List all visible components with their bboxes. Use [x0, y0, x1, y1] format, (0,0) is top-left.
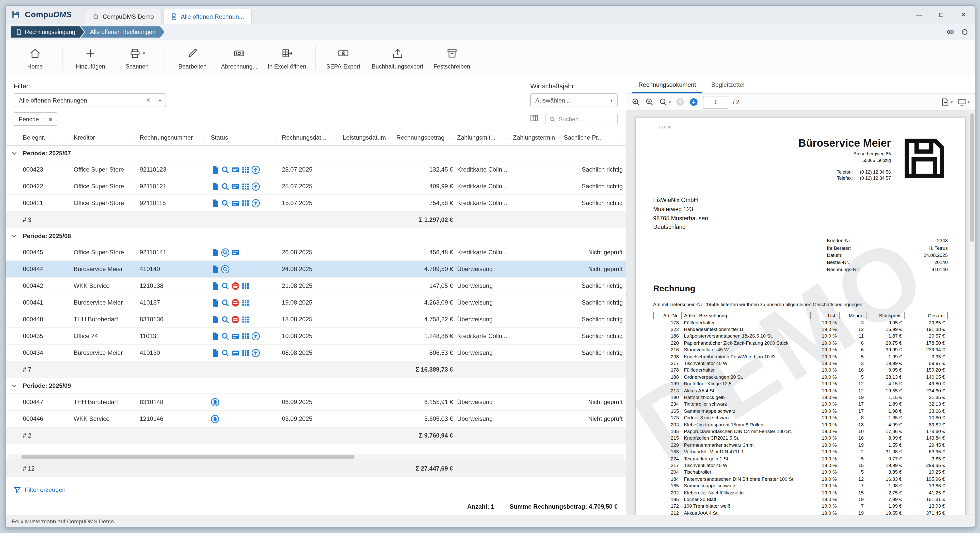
upload-ring-icon[interactable] — [251, 349, 260, 357]
table-row[interactable]: 000447THH Bürobedarf831014806.09.20256.1… — [6, 394, 626, 411]
document-viewport[interactable]: (00140 Büroservice Meier Brüserbergweg 8… — [626, 111, 975, 515]
create-filter-link[interactable]: Filter erzeugen — [6, 481, 626, 498]
breadcrumb-rechnungseingang[interactable]: Rechnungseingang — [11, 26, 84, 38]
table-row[interactable]: 000444Büroservice Meier41014024.08.20254… — [6, 261, 626, 278]
grid-icon[interactable] — [241, 182, 250, 190]
zoom-in-button[interactable] — [631, 97, 641, 106]
doc-icon[interactable] — [211, 349, 220, 357]
card-icon[interactable] — [231, 165, 240, 174]
group-options-icon[interactable]: ≡ — [49, 116, 52, 122]
column-header-zahlungstermin[interactable]: Zahlungstermin≡ — [513, 134, 564, 141]
billing-button[interactable]: Abrechnung... — [216, 46, 262, 69]
doc-icon[interactable] — [211, 332, 220, 340]
grid-icon[interactable] — [241, 349, 250, 357]
upload-ring-icon[interactable] — [251, 165, 260, 174]
search-ring-icon[interactable] — [221, 248, 229, 257]
group-header-row[interactable]: Periode: 2025/09 — [6, 378, 626, 394]
filter-icon[interactable]: ≡ — [274, 135, 277, 140]
search-icon[interactable] — [221, 298, 229, 307]
previous-page-button[interactable] — [676, 97, 685, 106]
maximize-button[interactable]: □ — [930, 6, 952, 24]
tab-rechnungsdokument[interactable]: Rechnungsdokument — [632, 76, 702, 94]
grid-icon[interactable] — [241, 298, 250, 307]
add-button[interactable]: Hinzufügen — [67, 46, 114, 69]
doc-ring-icon[interactable] — [211, 398, 220, 406]
upload-ring-icon[interactable] — [251, 182, 260, 190]
table-row[interactable]: 000446WKK Service121014603.09.20253.605,… — [6, 411, 626, 427]
sepa-export-button[interactable]: SEPA-Export — [320, 46, 367, 69]
zoom-level-button[interactable]: ▾ — [659, 97, 671, 106]
scan-button[interactable]: ▾ Scannen — [114, 46, 161, 69]
table-row[interactable]: 000423Office Super-Store9211012328.07.20… — [6, 162, 626, 178]
filter-icon[interactable]: ≡ — [388, 135, 391, 140]
table-row[interactable]: 000421Office Super-Store9211011515.07.20… — [6, 195, 626, 212]
grid-icon[interactable] — [241, 165, 250, 174]
breadcrumb-alle-offenen-rechnungen[interactable]: Alle offenen Rechnungen — [81, 26, 165, 38]
card-red-icon[interactable] — [231, 315, 240, 324]
chevron-down-icon[interactable]: ▾ — [606, 98, 617, 103]
doc-icon[interactable] — [211, 248, 220, 257]
search-icon[interactable] — [221, 332, 229, 340]
zoom-out-button[interactable] — [645, 97, 654, 106]
filter-icon[interactable]: ≡ — [449, 135, 452, 140]
edit-button[interactable]: Bearbeiten — [169, 46, 216, 69]
table-row[interactable]: 000442WKK Service121013821.08.2025147,05… — [6, 278, 626, 294]
search-icon[interactable] — [221, 349, 229, 357]
horizontal-scrollbar[interactable] — [7, 454, 624, 460]
column-chooser-icon[interactable] — [530, 114, 538, 124]
export-document-button[interactable]: ▾ — [941, 97, 953, 106]
next-page-button[interactable] — [689, 97, 698, 106]
search-icon[interactable] — [221, 315, 229, 324]
doc-icon[interactable] — [211, 281, 220, 290]
card-red-icon[interactable] — [231, 298, 240, 307]
close-button[interactable]: ✕ — [952, 6, 975, 24]
card-icon[interactable] — [231, 182, 240, 190]
column-header-rechnungsbetrag[interactable]: Rechnungsbetrag≡ — [394, 134, 457, 141]
search-box[interactable] — [546, 113, 617, 125]
column-header-rechnungsnummer[interactable]: Rechnungsnummer≡ — [140, 134, 211, 141]
search-ring-icon[interactable] — [221, 265, 229, 273]
open-in-excel-button[interactable]: In Excel öffnen — [262, 46, 311, 69]
card-icon[interactable] — [231, 248, 240, 257]
filter-combobox[interactable]: Alle offenen Rechnungen ✕ ▾ — [14, 94, 166, 107]
chevron-down-icon[interactable] — [6, 384, 23, 387]
scrollbar-thumb[interactable] — [21, 455, 355, 459]
filter-icon[interactable]: ≡ — [505, 135, 508, 140]
vertical-scrollbar[interactable] — [969, 111, 974, 514]
column-header-sachliche-pruefung[interactable]: Sachliche Pr...≡ — [564, 134, 626, 141]
column-header-rechnungsdatum[interactable]: Rechnungsdat...≡ — [282, 134, 343, 141]
filter-icon[interactable]: ≡ — [132, 135, 135, 140]
doc-icon[interactable] — [211, 182, 220, 190]
tab-begleitzettel[interactable]: Begleitzettel — [705, 76, 751, 94]
group-header-row[interactable]: Periode: 2025/08 — [6, 228, 626, 244]
finalize-button[interactable]: Festschreiben — [428, 46, 475, 69]
grid-icon[interactable] — [241, 315, 250, 324]
column-header-zahlungsmittel[interactable]: Zahlungsmit...≡ — [457, 134, 513, 141]
search-icon[interactable] — [221, 199, 229, 207]
accounting-export-button[interactable]: Buchhaltungsexport — [367, 46, 428, 69]
table-row[interactable]: 000422Office Super-Store9211012125.07.20… — [6, 178, 626, 195]
chevron-down-icon[interactable]: ▾ — [154, 98, 165, 103]
card-red-icon[interactable] — [231, 281, 240, 290]
panel-splitter[interactable]: ⋮ — [624, 292, 630, 299]
grid-icon[interactable] — [241, 199, 250, 207]
upload-ring-icon[interactable] — [251, 199, 260, 207]
column-header-status[interactable]: Status≡ — [211, 134, 282, 141]
filter-icon[interactable]: ≡ — [557, 135, 560, 140]
doc-icon[interactable] — [211, 165, 220, 174]
view-options-button[interactable]: ▾ — [958, 97, 970, 106]
search-input[interactable] — [558, 116, 614, 122]
fiscal-year-combobox[interactable]: Auswählen... ▾ — [530, 94, 617, 107]
grid-icon[interactable] — [241, 332, 250, 340]
doc-icon[interactable] — [211, 315, 220, 324]
chevron-down-icon[interactable]: ▾ — [143, 51, 145, 56]
chevron-down-icon[interactable] — [6, 235, 23, 238]
filter-icon[interactable]: ≡ — [203, 135, 206, 140]
filter-icon[interactable]: ≡ — [617, 135, 620, 140]
view-edit-icon[interactable] — [946, 28, 955, 36]
table-row[interactable]: 000441Büroservice Meier41013719.08.20254… — [6, 294, 626, 311]
card-icon[interactable] — [231, 349, 240, 357]
scrollbar-thumb[interactable] — [970, 113, 974, 242]
doc-ring-icon[interactable] — [211, 414, 220, 423]
search-icon[interactable] — [221, 165, 229, 174]
